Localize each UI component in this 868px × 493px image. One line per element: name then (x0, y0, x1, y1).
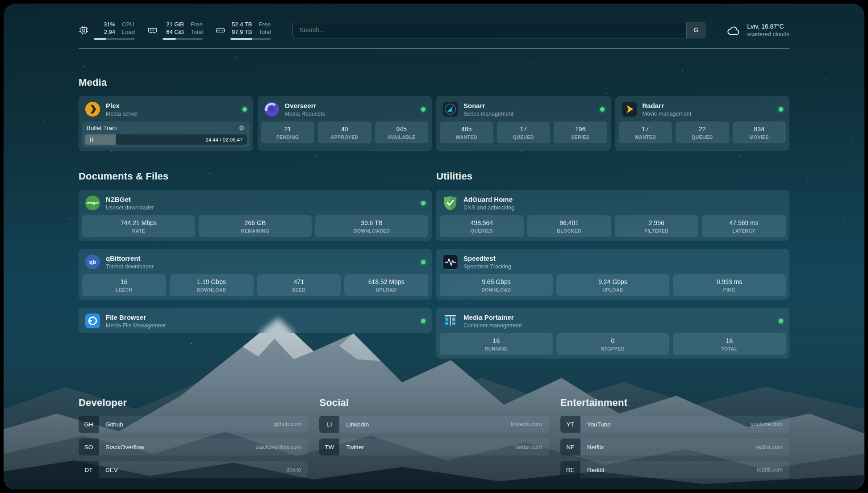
section-title-entertainment: Entertainment (560, 397, 789, 409)
bookmark-reddit[interactable]: RE Reddit reddit.com (560, 461, 789, 478)
bookmark-twitter[interactable]: TW Twitter twitter.com (319, 439, 548, 455)
stat-leech: 16 LEECH (82, 274, 166, 296)
bookmark-github[interactable]: GH Github github.com (79, 416, 308, 433)
nzbget-icon: nzbget (85, 195, 100, 211)
section-title-documents: Documents & Files (79, 171, 432, 182)
stat-movies: 834 MOVIES (733, 121, 786, 143)
bookmark-domain: github.com (274, 421, 301, 427)
service-name: File Browser (106, 313, 166, 322)
bookmark-stackoverflow[interactable]: SO StackOverflow stackoverflow.com (79, 439, 308, 455)
stat-filtered: 2,956 FILTERED (615, 215, 699, 237)
service-card-radarr[interactable]: Radarr Movie management 17 WANTED 22 QUE… (615, 96, 790, 151)
bookmark-youtube[interactable]: YT YouTube youtube.com (560, 416, 789, 433)
service-subtitle: Series management (463, 111, 513, 117)
bookmark-name: Github (105, 421, 123, 428)
bookmark-abbr: TW (319, 439, 339, 455)
pause-icon[interactable] (85, 138, 98, 142)
stat-queued: 17 QUEUED (497, 121, 551, 143)
disk-free-label: Free (259, 21, 271, 28)
status-online-dot (421, 319, 426, 323)
section-title-developer: Developer (79, 397, 308, 409)
playback-progress-bar[interactable]: 24:44 / 02:06:47 (85, 134, 247, 145)
stat-series: 196 SERIES (554, 121, 607, 143)
bookmark-domain: stackoverflow.com (255, 444, 301, 450)
stat-queued: 22 QUEUED (676, 121, 729, 143)
service-name: NZBGet (106, 196, 154, 204)
service-card-filebrowser[interactable]: File Browser Media File Management (79, 308, 432, 333)
bookmark-linkedin[interactable]: LI LinkedIn linkedin.com (319, 416, 548, 433)
stat-running: 16 RUNNING (440, 333, 553, 355)
service-name: Overseerr (285, 102, 325, 110)
radarr-icon (622, 101, 637, 117)
stat-blocked: 86,401 BLOCKED (527, 215, 611, 237)
service-name: AdGuard Home (463, 196, 514, 204)
service-subtitle: Speedtest Tracking (463, 263, 511, 270)
section-title-utilities: Utilities (436, 171, 789, 182)
speedtest-icon (442, 254, 458, 270)
sonarr-icon (442, 101, 458, 117)
memory-total-label: Total (191, 28, 203, 36)
settings-gear-icon[interactable]: ⚙︎ (239, 125, 245, 131)
search-input[interactable] (293, 22, 686, 38)
service-name: Media Portainer (463, 313, 522, 322)
bookmark-abbr: YT (560, 416, 580, 433)
service-card-plex[interactable]: Plex Media server Bullet Train ⚙︎ (79, 96, 253, 151)
app-window: 31% 2.94 CPU Load (0, 0, 868, 493)
stat-download: 1.19 Gbps DOWNLOAD (170, 274, 254, 296)
stars-decoration (4, 4, 4, 4)
playback-time: 24:44 / 02:06:47 (205, 137, 246, 142)
hard-drive-icon (215, 25, 225, 35)
bookmark-group-developer: Developer GH Github github.com SO StackO… (79, 397, 308, 478)
service-subtitle: DNS and adblocking (463, 205, 514, 211)
topbar-divider (79, 48, 789, 49)
memory-widget: 21 GiB 64 GiB Free Total (147, 21, 203, 40)
bookmark-domain: netflix.com (756, 444, 783, 450)
bookmark-abbr: DT (79, 461, 99, 478)
service-name: qBittorrent (106, 255, 154, 263)
weather-widget[interactable]: Lviv, 16.87°C scattered clouds (726, 22, 789, 38)
portainer-icon (442, 313, 458, 329)
section-media: Media Plex Media server (79, 77, 789, 151)
bookmark-abbr: RE (560, 461, 580, 478)
top-bar: 31% 2.94 CPU Load (79, 19, 789, 41)
service-card-portainer[interactable]: Media Portainer Container management 16 … (436, 308, 789, 359)
bookmark-netflix[interactable]: NF Netflix netflix.com (560, 439, 789, 455)
service-card-speedtest[interactable]: Speedtest Speedtest Tracking 9.65 Gbps D… (436, 249, 789, 300)
adguard-icon (442, 195, 458, 211)
now-playing-title: Bullet Train (87, 125, 117, 131)
memory-icon (147, 25, 158, 35)
service-name: Sonarr (463, 102, 513, 110)
service-card-nzbget[interactable]: nzbget NZBGet Usenet downloader 744.21 M… (79, 190, 432, 241)
svg-text:nzbget: nzbget (87, 201, 98, 205)
search-bar[interactable]: G (292, 22, 705, 38)
stat-available: 945 AVAILABLE (375, 121, 429, 143)
status-online-dot (421, 201, 426, 205)
service-subtitle: Usenet downloader (106, 205, 154, 211)
plex-now-playing: Bullet Train ⚙︎ 24:44 / 02:06:47 (82, 121, 250, 147)
bookmark-dev[interactable]: DT DEV dev.to (79, 461, 308, 478)
bookmark-name: Twitter (346, 444, 364, 451)
bookmark-domain: dev.to (286, 467, 301, 473)
service-card-sonarr[interactable]: Sonarr Series management 485 WANTED 17 Q… (436, 96, 611, 151)
search-provider-button[interactable]: G (686, 22, 705, 38)
service-card-qbittorrent[interactable]: qb qBittorrent Torrent downloader 16 (79, 249, 432, 300)
stat-seed: 471 SEED (257, 274, 341, 296)
bookmark-group-entertainment: Entertainment YT YouTube youtube.com NF … (560, 397, 789, 478)
status-online-dot (242, 107, 247, 112)
bookmark-name: LinkedIn (346, 421, 369, 428)
service-card-overseerr[interactable]: Overseerr Media Requests 21 PENDING 40 A… (258, 96, 432, 151)
service-card-adguard[interactable]: AdGuard Home DNS and adblocking 498,564 … (436, 190, 789, 241)
section-title-media: Media (79, 77, 789, 88)
memory-total-value: 64 GiB (166, 28, 184, 36)
stat-queries: 498,564 QUERIES (440, 215, 524, 237)
cpu-chip-icon (79, 25, 89, 35)
status-online-dot (421, 260, 426, 264)
bookmark-name: YouTube (587, 421, 611, 428)
bookmark-name: DEV (105, 467, 118, 473)
stat-ping: 0.993 ms PING (673, 274, 786, 296)
stat-latency: 47.569 ms LATENCY (702, 215, 786, 237)
bookmark-abbr: GH (79, 416, 99, 433)
section-documents-files: Documents & Files nzbget NZBGet Usenet d… (79, 171, 432, 333)
status-online-dot (779, 319, 783, 323)
service-name: Radarr (643, 102, 692, 110)
